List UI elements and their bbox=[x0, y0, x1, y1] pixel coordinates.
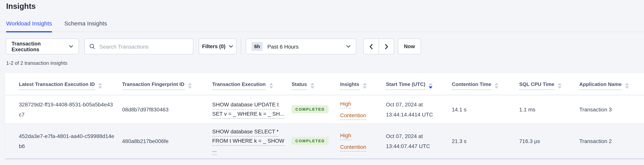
status-badge: COMPLETED bbox=[292, 105, 329, 113]
column-header-application-name[interactable]: Application Name bbox=[579, 73, 644, 95]
sort-icon bbox=[188, 83, 192, 88]
cell-start-time: Oct 07, 2024 at13:44:14.4414 UTC bbox=[386, 95, 452, 123]
chevron-down-icon bbox=[69, 45, 73, 48]
cell-sql-cpu-time: 716.3 µs bbox=[519, 123, 579, 159]
table-row: 452da3e7-e7fa-4801-aa40-c59988d14eb6 480… bbox=[5, 123, 644, 159]
cell-start-time: Oct 07, 2024 at13:44:07.447 UTC bbox=[386, 123, 452, 159]
cell-fingerprint-id: 480a8b217be006fe bbox=[122, 123, 212, 159]
next-time-range-button[interactable] bbox=[378, 39, 394, 54]
page-title: Insights bbox=[6, 2, 644, 11]
column-header-transaction-fingerprint-id[interactable]: Transaction Fingerprint ID bbox=[122, 73, 212, 95]
column-header-start-time[interactable]: Start Time (UTC) bbox=[386, 73, 452, 95]
insights-table: Latest Transaction Execution ID Transact… bbox=[5, 73, 644, 159]
cell-transaction-execution: SHOW database SELECT * FROM t WHERE k = … bbox=[212, 123, 292, 159]
time-range-step-group bbox=[363, 39, 394, 54]
chevron-left-icon bbox=[370, 44, 373, 49]
tab-schema-insights[interactable]: Schema Insights bbox=[64, 21, 107, 32]
search-icon bbox=[89, 44, 95, 49]
status-badge: COMPLETED bbox=[292, 137, 329, 145]
column-header-sql-cpu-time[interactable]: SQL CPU Time bbox=[519, 73, 579, 95]
column-header-transaction-execution[interactable]: Transaction Execution bbox=[212, 73, 292, 95]
cell-latest-execution-id: 452da3e7-e7fa-4801-aa40-c59988d14eb6 bbox=[5, 123, 122, 159]
table-row: 328729d2-ff19-4408-8531-b05a5b4e43c7 08d… bbox=[5, 95, 644, 123]
search-input[interactable] bbox=[98, 43, 188, 50]
insight-type-dropdown-label: Transaction Executions bbox=[12, 41, 69, 52]
column-header-status[interactable]: Status bbox=[292, 73, 340, 95]
column-header-contention-time[interactable]: Contention Time bbox=[452, 73, 519, 95]
cell-insights: High Contention bbox=[340, 95, 386, 123]
sort-icon bbox=[429, 83, 433, 88]
tab-bar: Workload Insights Schema Insights bbox=[0, 21, 644, 32]
insights-table-panel: Latest Transaction Execution ID Transact… bbox=[4, 72, 644, 156]
insight-type-dropdown[interactable]: Transaction Executions bbox=[6, 39, 79, 54]
time-range-badge: 6h bbox=[252, 42, 263, 51]
cell-contention-time: 14.1 s bbox=[452, 95, 519, 123]
insight-link[interactable]: High Contention bbox=[340, 132, 366, 151]
sort-icon bbox=[558, 83, 562, 88]
insight-link[interactable]: High Contention bbox=[340, 100, 366, 120]
cell-contention-time: 21.3 s bbox=[452, 123, 519, 159]
filters-button-label: Filters (0) bbox=[202, 44, 226, 49]
cell-fingerprint-id: 08d8b7d97f830463 bbox=[122, 95, 212, 123]
cell-latest-execution-id: 328729d2-ff19-4408-8531-b05a5b4e43c7 bbox=[5, 95, 122, 123]
sort-icon bbox=[310, 83, 314, 88]
statement-link[interactable]: SHOW database SELECT * bbox=[212, 128, 279, 137]
sort-icon bbox=[625, 83, 629, 88]
cell-insights: High Contention bbox=[340, 123, 386, 159]
column-header-latest-transaction-execution-id[interactable]: Latest Transaction Execution ID bbox=[5, 73, 122, 95]
statement-link[interactable]: SET v = _ WHERE k = _ SH... bbox=[212, 111, 284, 119]
cell-sql-cpu-time: 1.1 ms bbox=[519, 95, 579, 123]
chevron-down-icon bbox=[229, 45, 233, 48]
filters-button[interactable]: Filters (0) bbox=[199, 39, 236, 54]
insights-page: Insights Workload Insights Schema Insigh… bbox=[0, 2, 644, 165]
now-button[interactable]: Now bbox=[398, 39, 421, 54]
statement-link[interactable]: FROM t WHERE k = _ SHOW bbox=[212, 138, 284, 146]
sort-icon bbox=[363, 83, 367, 88]
cell-application-name: Transaction 2 bbox=[579, 123, 644, 159]
column-header-insights[interactable]: Insights bbox=[340, 73, 386, 95]
tab-workload-insights[interactable]: Workload Insights bbox=[6, 21, 52, 32]
time-range-label: Past 6 Hours bbox=[267, 43, 298, 50]
results-count: 1-2 of 2 transaction insights bbox=[6, 60, 644, 66]
sort-icon bbox=[495, 83, 498, 88]
table-header-row: Latest Transaction Execution ID Transact… bbox=[5, 73, 644, 95]
toolbar-divider bbox=[241, 39, 241, 54]
search-box[interactable] bbox=[84, 39, 193, 54]
statement-link[interactable]: SHOW database UPDATE t bbox=[212, 101, 279, 109]
time-range-dropdown[interactable]: 6h Past 6 Hours bbox=[246, 39, 356, 54]
chevron-down-icon bbox=[346, 45, 350, 48]
toolbar: Transaction Executions Filters (0) 6h Pa… bbox=[6, 39, 644, 54]
cell-transaction-execution: SHOW database UPDATE t SET v = _ WHERE k… bbox=[212, 95, 292, 123]
sort-icon bbox=[98, 83, 102, 88]
cell-status: COMPLETED bbox=[292, 123, 340, 159]
statement-link[interactable]: ... bbox=[212, 147, 217, 155]
cell-status: COMPLETED bbox=[292, 95, 340, 123]
cell-application-name: Transaction 3 bbox=[579, 95, 644, 123]
sort-icon bbox=[269, 83, 273, 88]
chevron-right-icon bbox=[384, 44, 388, 49]
now-button-label: Now bbox=[404, 44, 415, 49]
previous-time-range-button[interactable] bbox=[364, 39, 378, 54]
